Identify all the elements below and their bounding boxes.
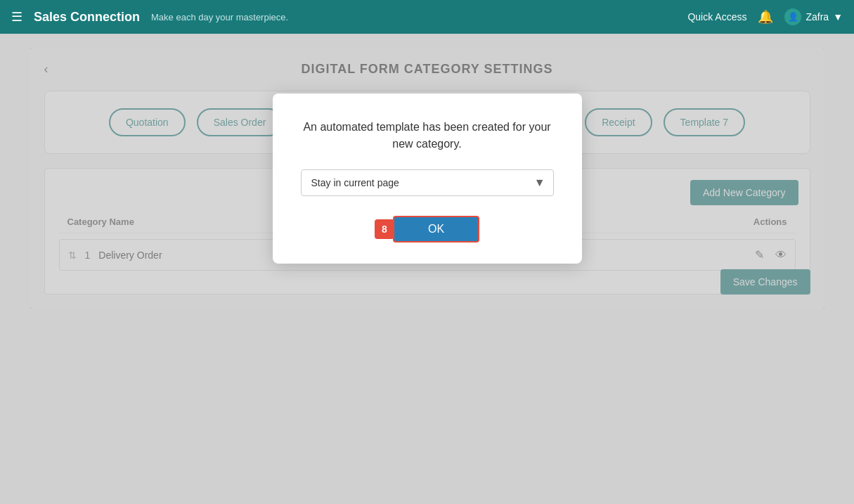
modal-ok-wrapper: 8 OK (301, 216, 554, 243)
modal-message: An automated template has been created f… (301, 119, 554, 153)
quick-access-link[interactable]: Quick Access (687, 11, 746, 22)
user-dropdown-icon: ▼ (833, 11, 843, 22)
user-avatar-icon: 👤 (784, 8, 801, 25)
modal-select-wrapper: Stay in current page Go to new category … (301, 169, 554, 196)
modal-overlay: An automated template has been created f… (30, 48, 824, 309)
notification-bell-icon[interactable]: 🔔 (758, 9, 773, 25)
user-menu[interactable]: 👤 Zafra ▼ (784, 8, 843, 25)
step-badge: 8 (375, 219, 394, 239)
ok-button[interactable]: OK (393, 216, 479, 243)
modal-dialog: An automated template has been created f… (273, 93, 582, 264)
app-logo: Sales Connection (34, 10, 140, 25)
user-name: Zafra (806, 11, 829, 22)
main-area: ‹ DIGITAL FORM CATEGORY SETTINGS Quotati… (0, 34, 854, 504)
stay-or-go-select[interactable]: Stay in current page Go to new category (301, 169, 554, 196)
app-tagline: Make each day your masterpiece. (151, 12, 676, 22)
page-container: ‹ DIGITAL FORM CATEGORY SETTINGS Quotati… (30, 48, 824, 309)
menu-icon[interactable]: ☰ (11, 9, 22, 25)
topnav-right: Quick Access 🔔 👤 Zafra ▼ (687, 8, 843, 25)
top-navbar: ☰ Sales Connection Make each day your ma… (0, 0, 854, 34)
